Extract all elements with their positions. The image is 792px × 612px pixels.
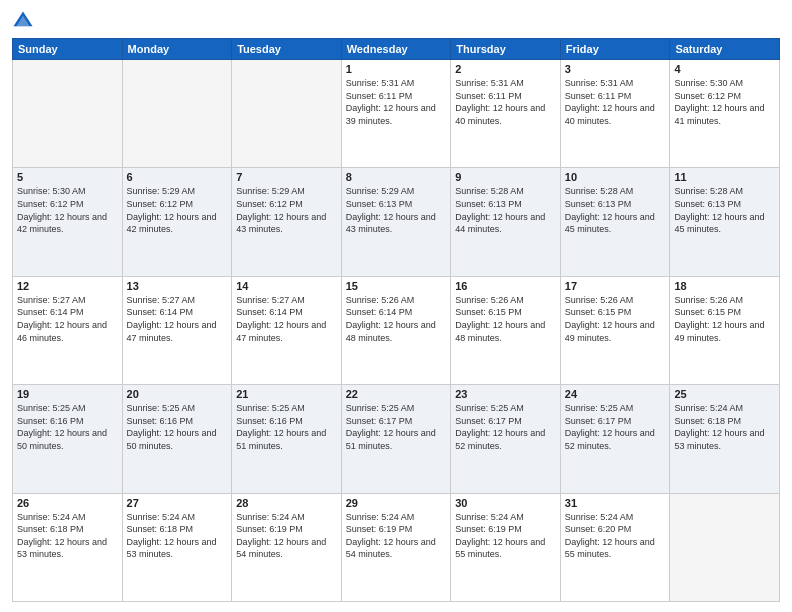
sunrise-text: Sunrise: 5:30 AM xyxy=(17,186,86,196)
daylight-text: Daylight: 12 hours and 42 minutes. xyxy=(17,212,107,235)
sunrise-text: Sunrise: 5:25 AM xyxy=(236,403,305,413)
daylight-text: Daylight: 12 hours and 48 minutes. xyxy=(455,320,545,343)
day-info: Sunrise: 5:24 AM Sunset: 6:18 PM Dayligh… xyxy=(17,511,118,561)
sunset-text: Sunset: 6:14 PM xyxy=(127,307,194,317)
week-row-2: 5 Sunrise: 5:30 AM Sunset: 6:12 PM Dayli… xyxy=(13,168,780,276)
day-info: Sunrise: 5:26 AM Sunset: 6:15 PM Dayligh… xyxy=(455,294,556,344)
day-number: 1 xyxy=(346,63,447,75)
calendar-table: SundayMondayTuesdayWednesdayThursdayFrid… xyxy=(12,38,780,602)
sunrise-text: Sunrise: 5:26 AM xyxy=(346,295,415,305)
daylight-text: Daylight: 12 hours and 55 minutes. xyxy=(565,537,655,560)
sunset-text: Sunset: 6:17 PM xyxy=(346,416,413,426)
sunrise-text: Sunrise: 5:26 AM xyxy=(674,295,743,305)
daylight-text: Daylight: 12 hours and 40 minutes. xyxy=(565,103,655,126)
calendar-cell: 31 Sunrise: 5:24 AM Sunset: 6:20 PM Dayl… xyxy=(560,493,670,601)
calendar-cell: 20 Sunrise: 5:25 AM Sunset: 6:16 PM Dayl… xyxy=(122,385,232,493)
day-info: Sunrise: 5:29 AM Sunset: 6:12 PM Dayligh… xyxy=(236,185,337,235)
daylight-text: Daylight: 12 hours and 51 minutes. xyxy=(236,428,326,451)
sunset-text: Sunset: 6:18 PM xyxy=(17,524,84,534)
sunset-text: Sunset: 6:11 PM xyxy=(455,91,522,101)
sunrise-text: Sunrise: 5:24 AM xyxy=(17,512,86,522)
calendar-cell: 19 Sunrise: 5:25 AM Sunset: 6:16 PM Dayl… xyxy=(13,385,123,493)
sunset-text: Sunset: 6:16 PM xyxy=(127,416,194,426)
day-info: Sunrise: 5:29 AM Sunset: 6:12 PM Dayligh… xyxy=(127,185,228,235)
sunrise-text: Sunrise: 5:30 AM xyxy=(674,78,743,88)
sunset-text: Sunset: 6:15 PM xyxy=(455,307,522,317)
calendar-cell: 18 Sunrise: 5:26 AM Sunset: 6:15 PM Dayl… xyxy=(670,276,780,384)
calendar-cell xyxy=(13,60,123,168)
sunset-text: Sunset: 6:18 PM xyxy=(127,524,194,534)
weekday-header-sunday: Sunday xyxy=(13,39,123,60)
day-info: Sunrise: 5:26 AM Sunset: 6:15 PM Dayligh… xyxy=(674,294,775,344)
weekday-header-monday: Monday xyxy=(122,39,232,60)
sunrise-text: Sunrise: 5:28 AM xyxy=(674,186,743,196)
daylight-text: Daylight: 12 hours and 49 minutes. xyxy=(565,320,655,343)
weekday-header-thursday: Thursday xyxy=(451,39,561,60)
sunset-text: Sunset: 6:13 PM xyxy=(674,199,741,209)
page: SundayMondayTuesdayWednesdayThursdayFrid… xyxy=(0,0,792,612)
calendar-cell: 28 Sunrise: 5:24 AM Sunset: 6:19 PM Dayl… xyxy=(232,493,342,601)
weekday-header-friday: Friday xyxy=(560,39,670,60)
sunset-text: Sunset: 6:12 PM xyxy=(674,91,741,101)
sunset-text: Sunset: 6:17 PM xyxy=(455,416,522,426)
day-info: Sunrise: 5:30 AM Sunset: 6:12 PM Dayligh… xyxy=(17,185,118,235)
calendar-cell: 29 Sunrise: 5:24 AM Sunset: 6:19 PM Dayl… xyxy=(341,493,451,601)
sunrise-text: Sunrise: 5:28 AM xyxy=(565,186,634,196)
sunrise-text: Sunrise: 5:25 AM xyxy=(127,403,196,413)
sunset-text: Sunset: 6:12 PM xyxy=(236,199,303,209)
calendar-cell: 24 Sunrise: 5:25 AM Sunset: 6:17 PM Dayl… xyxy=(560,385,670,493)
calendar-cell: 4 Sunrise: 5:30 AM Sunset: 6:12 PM Dayli… xyxy=(670,60,780,168)
calendar-cell: 11 Sunrise: 5:28 AM Sunset: 6:13 PM Dayl… xyxy=(670,168,780,276)
calendar-cell: 1 Sunrise: 5:31 AM Sunset: 6:11 PM Dayli… xyxy=(341,60,451,168)
daylight-text: Daylight: 12 hours and 50 minutes. xyxy=(127,428,217,451)
calendar-cell: 17 Sunrise: 5:26 AM Sunset: 6:15 PM Dayl… xyxy=(560,276,670,384)
weekday-header-tuesday: Tuesday xyxy=(232,39,342,60)
daylight-text: Daylight: 12 hours and 46 minutes. xyxy=(17,320,107,343)
day-info: Sunrise: 5:25 AM Sunset: 6:16 PM Dayligh… xyxy=(236,402,337,452)
sunrise-text: Sunrise: 5:29 AM xyxy=(346,186,415,196)
day-number: 5 xyxy=(17,171,118,183)
sunrise-text: Sunrise: 5:24 AM xyxy=(674,403,743,413)
daylight-text: Daylight: 12 hours and 49 minutes. xyxy=(674,320,764,343)
day-info: Sunrise: 5:27 AM Sunset: 6:14 PM Dayligh… xyxy=(236,294,337,344)
daylight-text: Daylight: 12 hours and 45 minutes. xyxy=(565,212,655,235)
day-info: Sunrise: 5:30 AM Sunset: 6:12 PM Dayligh… xyxy=(674,77,775,127)
sunset-text: Sunset: 6:15 PM xyxy=(674,307,741,317)
daylight-text: Daylight: 12 hours and 52 minutes. xyxy=(455,428,545,451)
sunrise-text: Sunrise: 5:24 AM xyxy=(127,512,196,522)
daylight-text: Daylight: 12 hours and 52 minutes. xyxy=(565,428,655,451)
sunrise-text: Sunrise: 5:28 AM xyxy=(455,186,524,196)
calendar-cell: 22 Sunrise: 5:25 AM Sunset: 6:17 PM Dayl… xyxy=(341,385,451,493)
sunset-text: Sunset: 6:13 PM xyxy=(455,199,522,209)
sunrise-text: Sunrise: 5:27 AM xyxy=(127,295,196,305)
sunrise-text: Sunrise: 5:25 AM xyxy=(455,403,524,413)
day-number: 6 xyxy=(127,171,228,183)
sunrise-text: Sunrise: 5:27 AM xyxy=(17,295,86,305)
day-info: Sunrise: 5:24 AM Sunset: 6:18 PM Dayligh… xyxy=(127,511,228,561)
sunset-text: Sunset: 6:15 PM xyxy=(565,307,632,317)
day-number: 14 xyxy=(236,280,337,292)
day-number: 29 xyxy=(346,497,447,509)
daylight-text: Daylight: 12 hours and 40 minutes. xyxy=(455,103,545,126)
day-number: 16 xyxy=(455,280,556,292)
day-number: 17 xyxy=(565,280,666,292)
daylight-text: Daylight: 12 hours and 53 minutes. xyxy=(127,537,217,560)
weekday-header-saturday: Saturday xyxy=(670,39,780,60)
day-number: 27 xyxy=(127,497,228,509)
sunset-text: Sunset: 6:12 PM xyxy=(127,199,194,209)
daylight-text: Daylight: 12 hours and 53 minutes. xyxy=(674,428,764,451)
day-info: Sunrise: 5:31 AM Sunset: 6:11 PM Dayligh… xyxy=(565,77,666,127)
day-number: 4 xyxy=(674,63,775,75)
sunset-text: Sunset: 6:19 PM xyxy=(236,524,303,534)
sunrise-text: Sunrise: 5:25 AM xyxy=(17,403,86,413)
daylight-text: Daylight: 12 hours and 55 minutes. xyxy=(455,537,545,560)
weekday-header-row: SundayMondayTuesdayWednesdayThursdayFrid… xyxy=(13,39,780,60)
sunset-text: Sunset: 6:19 PM xyxy=(346,524,413,534)
day-info: Sunrise: 5:25 AM Sunset: 6:17 PM Dayligh… xyxy=(565,402,666,452)
sunset-text: Sunset: 6:13 PM xyxy=(565,199,632,209)
daylight-text: Daylight: 12 hours and 48 minutes. xyxy=(346,320,436,343)
day-info: Sunrise: 5:24 AM Sunset: 6:19 PM Dayligh… xyxy=(455,511,556,561)
calendar-cell: 8 Sunrise: 5:29 AM Sunset: 6:13 PM Dayli… xyxy=(341,168,451,276)
calendar-cell: 2 Sunrise: 5:31 AM Sunset: 6:11 PM Dayli… xyxy=(451,60,561,168)
day-info: Sunrise: 5:28 AM Sunset: 6:13 PM Dayligh… xyxy=(674,185,775,235)
